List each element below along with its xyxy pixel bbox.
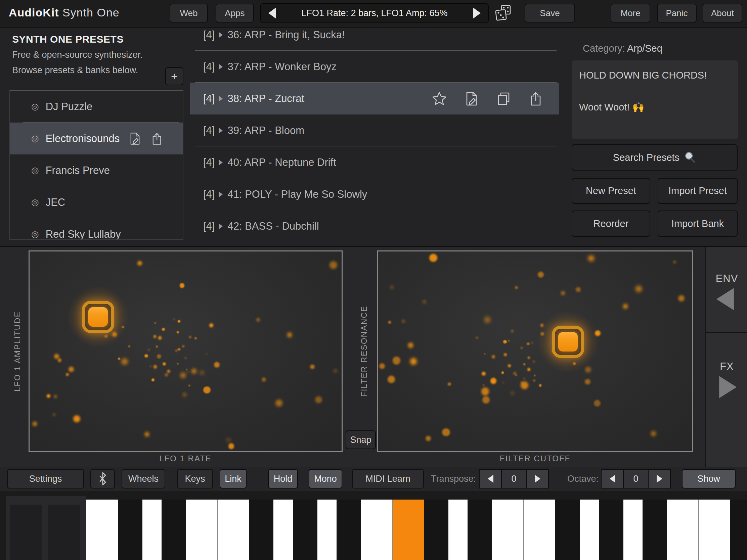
import-bank-button[interactable]: Import Bank — [658, 211, 738, 237]
transpose-up-button[interactable] — [526, 469, 549, 488]
edit-preset-icon[interactable] — [464, 91, 479, 106]
bank-bullet-icon: ◎ — [31, 133, 39, 144]
pad2-puck[interactable] — [552, 326, 584, 358]
panic-button[interactable]: Panic — [657, 4, 697, 23]
bank-row-red-sky-lullaby[interactable]: ◎Red Sky Lullaby — [10, 218, 183, 240]
env-fx-divider — [706, 332, 747, 333]
black-key[interactable] — [730, 500, 747, 560]
category-value[interactable]: Arp/Seq — [627, 43, 662, 54]
black-key[interactable] — [467, 500, 492, 560]
preset-prefix: [4] — [203, 29, 215, 41]
black-key[interactable] — [424, 500, 448, 560]
fx-nav-arrow-icon[interactable] — [719, 376, 737, 398]
preset-row[interactable]: [4]36: ARP - Bring it, Sucka! — [190, 28, 559, 51]
add-bank-button[interactable]: + — [165, 67, 183, 85]
black-key[interactable] — [555, 500, 580, 560]
black-key[interactable] — [293, 500, 317, 560]
lfo-touch-pad[interactable] — [29, 250, 342, 452]
import-preset-button[interactable]: Import Preset — [658, 178, 738, 204]
bank-bullet-icon: ◎ — [31, 165, 39, 176]
bank-label: Red Sky Lullaby — [46, 228, 121, 240]
logo-primary: AudioKit — [9, 6, 59, 19]
snap-button[interactable]: Snap — [345, 430, 376, 449]
duplicate-preset-icon[interactable] — [496, 91, 512, 106]
octave-stepper: 0 — [601, 469, 671, 488]
keys-button[interactable]: Keys — [177, 469, 213, 488]
apps-button[interactable]: Apps — [216, 4, 254, 23]
share-preset-icon[interactable] — [529, 91, 544, 106]
next-preset-icon[interactable] — [473, 8, 481, 19]
share-bank-icon[interactable] — [151, 132, 164, 145]
bank-label: DJ Puzzle — [46, 101, 93, 113]
preset-bullet-icon — [218, 64, 223, 70]
preset-bullet-icon — [218, 96, 223, 102]
dice-icon[interactable] — [494, 4, 512, 23]
preset-row[interactable]: [4]38: ARP - Zucrat — [190, 83, 559, 114]
bank-label: Electronisounds — [46, 133, 120, 145]
black-key[interactable] — [161, 500, 186, 560]
bank-bullet-icon: ◎ — [31, 229, 39, 239]
bank-row-francis-preve[interactable]: ◎Francis Preve — [10, 155, 183, 186]
black-key[interactable] — [599, 500, 623, 560]
about-button[interactable]: About — [703, 4, 742, 23]
transpose-value: 0 — [502, 469, 526, 488]
bank-label: JEC — [46, 196, 66, 209]
mono-button[interactable]: Mono — [309, 469, 342, 488]
web-button[interactable]: Web — [170, 4, 208, 23]
new-preset-button[interactable]: New Preset — [572, 178, 650, 204]
black-key[interactable] — [337, 500, 361, 560]
preset-display: LFO1 Rate: 2 bars, LFO1 Amp: 65% — [260, 3, 489, 23]
transpose-label: Transpose: — [431, 469, 476, 488]
description-line-1: HOLD DOWN BIG CHORDS! — [579, 70, 707, 81]
preset-row[interactable]: [4]42: BASS - Dubchill — [190, 210, 559, 242]
env-nav-arrow-icon[interactable] — [716, 288, 733, 310]
magnifier-icon — [684, 151, 696, 164]
search-presets-button[interactable]: Search Presets — [572, 144, 738, 170]
wheels-button[interactable]: Wheels — [122, 469, 165, 488]
preset-label: 40: ARP - Neptune Drift — [227, 156, 336, 168]
pad1-y-axis-label: LFO 1 AMPLITUDE — [13, 250, 22, 452]
favorite-preset-icon[interactable] — [432, 91, 447, 106]
reorder-button[interactable]: Reorder — [572, 211, 650, 237]
more-button[interactable]: More — [611, 4, 650, 23]
octave-up-button[interactable] — [648, 469, 671, 488]
preset-label: 38: ARP - Zucrat — [227, 93, 304, 105]
link-button[interactable]: Link — [220, 469, 247, 488]
fx-label: FX — [706, 361, 747, 373]
octave-label: Octave: — [567, 469, 598, 488]
white-key-divider — [698, 500, 699, 560]
preset-row[interactable]: [4]40: ARP - Neptune Drift — [190, 146, 559, 178]
black-key[interactable] — [643, 500, 667, 560]
sidebar-title: SYNTH ONE PRESETS — [12, 33, 124, 45]
edit-bank-icon[interactable] — [128, 132, 142, 145]
midi-learn-button[interactable]: MIDI Learn — [352, 469, 424, 488]
preset-bullet-icon — [218, 128, 223, 134]
white-key-divider — [523, 500, 524, 560]
settings-button[interactable]: Settings — [7, 469, 84, 488]
env-fx-nav-panel: ENV FX — [705, 247, 747, 468]
bank-row-jec[interactable]: ◎JEC — [10, 186, 183, 218]
bank-bullet-icon: ◎ — [31, 101, 39, 112]
bank-row-dj-puzzle[interactable]: ◎DJ Puzzle — [10, 91, 183, 123]
previous-preset-icon[interactable] — [268, 8, 276, 19]
filter-touch-pad[interactable] — [377, 250, 693, 452]
search-presets-label: Search Presets — [613, 152, 679, 163]
hold-button[interactable]: Hold — [268, 469, 298, 488]
preset-row[interactable]: [4]37: ARP - Wonker Boyz — [190, 51, 559, 83]
transpose-stepper: 0 — [479, 469, 549, 488]
bank-row-electronisounds[interactable]: ◎Electronisounds — [10, 123, 183, 155]
preset-row[interactable]: [4]41: POLY - Play Me So Slowly — [190, 178, 559, 210]
pad1-puck[interactable] — [82, 301, 114, 333]
black-key[interactable] — [118, 500, 143, 560]
bluetooth-button[interactable] — [91, 469, 115, 488]
preset-row[interactable]: [4]39: ARP - Bloom — [190, 114, 559, 146]
save-button[interactable]: Save — [525, 4, 575, 23]
banks-sidebar: SYNTH ONE PRESETS Free & open-source syn… — [0, 28, 188, 246]
preset-detail-panel: Category: Arp/Seq HOLD DOWN BIG CHORDS! … — [571, 28, 747, 246]
show-button[interactable]: Show — [682, 469, 736, 488]
black-key[interactable] — [249, 500, 274, 560]
transpose-down-button[interactable] — [479, 469, 502, 488]
preset-prefix: [4] — [203, 61, 215, 73]
octave-down-button[interactable] — [601, 469, 624, 488]
preset-description-box[interactable]: HOLD DOWN BIG CHORDS! Woot Woot! 🙌 — [572, 60, 738, 139]
